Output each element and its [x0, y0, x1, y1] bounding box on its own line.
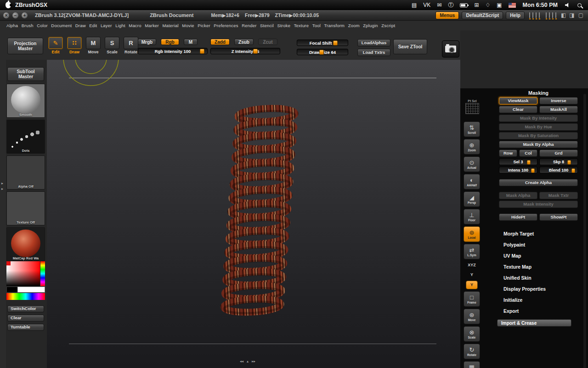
menu-tool[interactable]: Tool — [312, 23, 321, 28]
minimize-window-icon[interactable]: − — [12, 12, 18, 18]
snapshot-button[interactable] — [442, 40, 459, 58]
rail-rotate-button[interactable]: ↻Rotate — [464, 344, 480, 359]
menu-layer[interactable]: Layer — [101, 23, 112, 28]
rgb-button[interactable]: Rgb — [161, 39, 179, 45]
tool-section-texture-map[interactable]: Texture Map — [499, 261, 578, 272]
tray-arrow-icon[interactable]: ▴ — [247, 360, 249, 363]
slider-handle[interactable] — [253, 49, 258, 54]
blend-slider[interactable]: Blend 100 — [539, 167, 578, 173]
subtool-master-button[interactable]: SubTool Master — [7, 67, 44, 81]
rail-l-sym-button[interactable]: ⇄L.Sym — [464, 244, 480, 259]
menu-stroke[interactable]: Stroke — [277, 23, 290, 28]
rail-frame-button[interactable]: □Frame — [464, 291, 480, 307]
default-zscript-button[interactable]: DefaultZScript — [462, 12, 503, 19]
panel-scrollbar[interactable] — [583, 94, 586, 368]
create-alpha-button[interactable]: Create Alpha — [499, 179, 578, 186]
diamond-icon[interactable]: ♢ — [485, 0, 490, 10]
page-right-icon[interactable]: ◨ — [569, 12, 574, 18]
white-swatch[interactable] — [17, 287, 45, 293]
ui-slider-group-icon[interactable] — [529, 12, 541, 18]
turntable-button[interactable]: Turntable — [7, 324, 44, 331]
rail-local-button[interactable]: ⊚Local — [464, 226, 480, 242]
menu-draw[interactable]: Draw — [75, 23, 86, 28]
slider-handle[interactable] — [333, 40, 338, 46]
save-ztool-button[interactable]: Save ZTool — [393, 39, 427, 54]
us-flag-icon[interactable] — [509, 3, 516, 8]
menu-edit[interactable]: Edit — [89, 23, 97, 28]
menu-material[interactable]: Material — [162, 23, 178, 28]
intens-slider[interactable]: Intens 100 — [499, 167, 537, 173]
menu-preferences[interactable]: Preferences — [214, 23, 238, 28]
draw-mode-button[interactable]: ∷Draw — [67, 37, 82, 54]
load-textures-button[interactable]: Load Txtrs — [357, 49, 390, 56]
slider-handle[interactable] — [200, 49, 204, 54]
load-alphas-button[interactable]: LoadAlphas — [357, 39, 390, 46]
rgb-intensity-slider[interactable]: Rgb Intensity 100 — [138, 48, 208, 54]
mask-by-alpha-button[interactable]: Mask By Alpha — [499, 141, 578, 148]
slider-handle[interactable] — [567, 160, 571, 165]
divider-arrow-icon-2[interactable]: ▸ — [1, 187, 3, 191]
stroke-thumbnail-dots[interactable]: Dots — [6, 120, 45, 154]
tool-section-initialize[interactable]: Initialize — [499, 294, 578, 305]
viewmask-button[interactable]: ViewMask — [499, 97, 537, 104]
saturation-value-picker[interactable] — [6, 261, 40, 286]
tool-section-export[interactable]: Export — [499, 305, 578, 316]
ui-slider-group-icon-2[interactable] — [546, 12, 558, 18]
rail-polyf-button[interactable]: ▦PolyF — [464, 361, 480, 368]
rail-scroll-button[interactable]: ⇅Scroll — [464, 121, 480, 137]
corner-page-icon[interactable]: ▢ — [578, 12, 583, 18]
bottom-tray-toggle[interactable]: ◂◂▴▸▸ — [240, 360, 255, 363]
spotlight-icon[interactable] — [577, 3, 582, 7]
menu-color[interactable]: Color — [37, 23, 48, 28]
display-icon[interactable]: ▣ — [497, 0, 502, 10]
rotate-mode-button[interactable]: RRotate — [123, 37, 139, 54]
rail-move-button[interactable]: ⊛Move — [464, 309, 480, 324]
switchcolor-button[interactable]: SwitchColor — [7, 305, 44, 312]
apple-menu-icon[interactable] — [6, 2, 11, 8]
close-window-icon[interactable]: × — [3, 12, 9, 18]
volume-icon[interactable] — [565, 3, 570, 7]
pt-sel-indicator[interactable]: Pt Sel — [464, 99, 481, 114]
rail-actual-button[interactable]: ⊙Actual — [464, 156, 480, 172]
move-mode-button[interactable]: MMove — [85, 37, 101, 54]
menu-render[interactable]: Render — [242, 23, 256, 28]
menus-button[interactable]: Menus — [435, 12, 459, 19]
menu-zoom[interactable]: Zoom — [348, 23, 360, 28]
mrgb-button[interactable]: Mrgb — [138, 39, 156, 45]
grid-icon[interactable]: ⊞ — [474, 0, 479, 10]
battery-icon[interactable] — [460, 3, 468, 7]
skp-slider[interactable]: Skp 8 — [539, 158, 578, 165]
zoom-window-icon[interactable]: + — [22, 12, 28, 18]
menu-alpha[interactable]: Alpha — [6, 23, 18, 28]
clipboard-icon[interactable]: ▤ — [412, 0, 417, 10]
tool-section-uv-map[interactable]: UV Map — [499, 250, 578, 261]
texture-thumbnail-off[interactable]: Texture Off — [6, 191, 45, 225]
tool-section-unified-skin[interactable]: Unified Skin — [499, 272, 578, 283]
rail-y-button[interactable]: Y — [464, 271, 480, 279]
slider-handle[interactable] — [319, 50, 324, 55]
menu-brush[interactable]: Brush — [22, 23, 34, 28]
rail-zoom-button[interactable]: ⊕Zoom — [464, 139, 480, 155]
menu-texture[interactable]: Texture — [294, 23, 309, 28]
maskall-button[interactable]: MaskAll — [539, 106, 578, 113]
tray-arrow-icon[interactable]: ▸▸ — [252, 360, 255, 363]
grd-button[interactable]: Grd — [539, 150, 578, 157]
material-thumbnail-matcap-red-wax[interactable]: MatCap Red Wa — [6, 227, 45, 261]
slider-handle[interactable] — [527, 160, 531, 165]
rail-persp-button[interactable]: ◢Persp — [464, 191, 480, 207]
rail-scale-button[interactable]: ⊗Scale — [464, 326, 480, 342]
showpt-button[interactable]: ShowPt — [539, 213, 578, 221]
rail-aahalf-button[interactable]: ◐AAHalf — [464, 174, 480, 190]
tool-section-polypaint[interactable]: Polypaint — [499, 239, 578, 250]
tool-section-display-properties[interactable]: Display Properties — [499, 283, 578, 294]
rail-y-button[interactable]: Y — [466, 281, 478, 289]
scale-mode-button[interactable]: SScale — [104, 37, 120, 54]
rail-floor-button[interactable]: ⊥Floor — [464, 209, 480, 224]
import-crease-header[interactable]: Import & Crease — [497, 319, 571, 327]
zadd-button[interactable]: Zadd — [210, 39, 230, 45]
divider-arrow-icon[interactable]: ▸ — [1, 181, 3, 185]
menubar-clock[interactable]: Mon 6:50 PM — [523, 2, 558, 8]
menu-marker[interactable]: Marker — [145, 23, 159, 28]
edit-mode-button[interactable]: ✎Edit — [48, 37, 63, 54]
black-swatch[interactable] — [6, 287, 17, 293]
